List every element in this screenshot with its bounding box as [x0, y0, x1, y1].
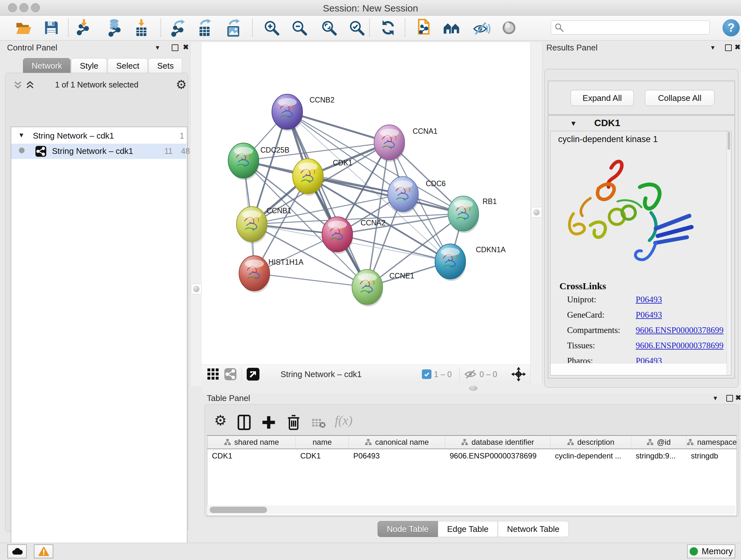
network-collection-row[interactable]: ▼ String Network – cdk1 1	[11, 129, 186, 144]
float-panel-icon[interactable]	[725, 44, 732, 51]
tab-style[interactable]: Style	[71, 58, 107, 73]
table-cell[interactable]: CDK1	[207, 449, 296, 462]
table-horizontal-scrollbar[interactable]	[207, 505, 736, 514]
column-header-databaseidentifier[interactable]: database identifier	[445, 436, 550, 449]
float-panel-icon[interactable]	[726, 395, 733, 401]
delete-table-icon[interactable]	[312, 418, 326, 428]
selected-checkbox-icon[interactable]	[422, 369, 431, 379]
crosslink-value-link[interactable]: P06493	[636, 310, 662, 320]
import-network-from-database-button[interactable]	[106, 18, 124, 38]
node-table[interactable]: shared namenamecanonical namedatabase id…	[207, 435, 737, 516]
zoom-out-button[interactable]	[290, 18, 308, 38]
panel-menu-icon[interactable]: ▾	[156, 44, 159, 52]
node-HIST1H1A[interactable]: HIST1H1A	[239, 256, 304, 293]
column-header-sharedname[interactable]: shared name	[207, 436, 296, 449]
search-field[interactable]	[551, 20, 710, 35]
column-header-description[interactable]: description	[550, 436, 631, 449]
tab-network-table[interactable]: Network Table	[498, 521, 569, 537]
panel-menu-icon[interactable]: ▾	[714, 394, 717, 402]
delete-column-icon[interactable]	[287, 414, 300, 430]
network-row-selected[interactable]: String Network – cdk1 11 48	[11, 144, 186, 159]
close-panel-icon[interactable]: ✖	[735, 394, 741, 402]
network-graph[interactable]: CCNB2CCNA1CDC25BCDK1CDC6RB1CCNB1CCNA2CDK…	[202, 42, 530, 365]
apply-layout-button[interactable]	[379, 18, 397, 38]
close-panel-icon[interactable]: ✖	[735, 43, 740, 51]
table-cell[interactable]: cyclin-dependent ...	[550, 449, 631, 462]
import-network-from-file-button[interactable]	[75, 18, 93, 38]
node-CCNB2[interactable]: CCNB2	[272, 94, 334, 131]
results-scrollbar[interactable]	[727, 131, 731, 374]
new-network-from-selection-button[interactable]	[415, 18, 433, 38]
scrollbar-thumb[interactable]	[210, 507, 267, 513]
grid-view-icon[interactable]	[207, 368, 219, 381]
splitter-handle[interactable]	[469, 386, 477, 391]
node-CDC25B[interactable]: CDC25B	[228, 143, 289, 180]
memory-button[interactable]: Memory	[687, 544, 735, 558]
crosslink-value-link[interactable]: P06493	[636, 295, 662, 305]
scrollbar-thumb[interactable]	[728, 132, 730, 150]
tab-select[interactable]: Select	[108, 58, 148, 73]
protein-name: CDK1	[594, 118, 620, 128]
import-table-from-file-button[interactable]	[132, 18, 150, 38]
table-cell[interactable]: P06493	[349, 449, 445, 462]
function-builder-icon[interactable]: f(x)	[335, 413, 353, 428]
search-input[interactable]	[564, 23, 702, 32]
table-cell[interactable]: CDK1	[296, 449, 349, 462]
section-expander-icon[interactable]: ▼	[570, 119, 577, 128]
table-settings-gear-icon[interactable]: ⚙	[214, 412, 226, 428]
column-header-id[interactable]: @id	[631, 436, 686, 449]
splitter-handle[interactable]	[531, 207, 542, 218]
open-session-button[interactable]	[14, 18, 32, 38]
tab-sets[interactable]: Sets	[148, 58, 182, 73]
network-canvas[interactable]: CCNB2CCNA1CDC25BCDK1CDC6RB1CCNB1CCNA2CDK…	[202, 42, 530, 365]
collection-expander-icon[interactable]: ▼	[18, 132, 24, 139]
crosslink-value-link[interactable]: 9606.ENSP00000378699	[636, 325, 724, 335]
splitter-handle[interactable]	[191, 284, 202, 294]
gear-icon[interactable]: ⚙	[176, 78, 187, 91]
tab-edge-table[interactable]: Edge Table	[438, 521, 498, 537]
column-header-canonicalname[interactable]: canonical name	[349, 436, 445, 449]
table-container: ⚙ f(x) shared namenamecanonical namedata…	[204, 404, 739, 517]
pan-crosshair-icon[interactable]	[511, 367, 526, 381]
close-panel-icon[interactable]: ✖	[183, 43, 189, 51]
table-cell[interactable]: stringdb:9...	[631, 449, 686, 462]
right-splitter[interactable]	[530, 42, 542, 386]
crosslink-value-link[interactable]: 9606.ENSP00000378699	[636, 341, 724, 351]
column-header-namespace[interactable]: namespace	[686, 436, 737, 449]
node-CCNB1[interactable]: CCNB1	[237, 206, 291, 244]
export-image-button[interactable]	[224, 18, 242, 38]
tab-node-table[interactable]: Node Table	[378, 521, 438, 537]
save-session-button[interactable]	[43, 18, 60, 38]
warnings-button[interactable]	[34, 544, 53, 558]
float-panel-icon[interactable]	[172, 44, 179, 51]
show-graphics-details-button[interactable]	[500, 18, 518, 38]
table-cell[interactable]: stringdb	[686, 449, 737, 462]
select-columns-icon[interactable]	[237, 415, 251, 430]
table-row[interactable]: CDK1CDK1P064939606.ENSP00000378699cyclin…	[207, 449, 737, 462]
node-RB1[interactable]: RB1	[448, 196, 497, 233]
help-button[interactable]: ?	[723, 19, 740, 37]
edge-HIST1H1A-CCNE1[interactable]	[254, 273, 367, 287]
expand-all-button[interactable]: Expand All	[570, 90, 634, 106]
hide-selection-button[interactable]	[473, 18, 490, 38]
export-network-button[interactable]	[170, 18, 187, 38]
panel-menu-icon[interactable]: ▾	[711, 44, 715, 52]
detach-view-icon[interactable]	[246, 367, 260, 381]
zoom-selected-button[interactable]	[348, 18, 366, 38]
table-cell[interactable]: 9606.ENSP00000378699	[445, 449, 550, 462]
cloud-button[interactable]	[7, 544, 27, 558]
node-CDKN1A[interactable]: CDKN1A	[435, 244, 506, 281]
left-splitter[interactable]	[190, 42, 202, 386]
zoom-in-button[interactable]	[263, 18, 280, 38]
hidden-eye-icon[interactable]	[464, 369, 477, 380]
export-table-button[interactable]	[196, 18, 213, 38]
zoom-fit-button[interactable]	[320, 18, 338, 38]
column-header-name[interactable]: name	[296, 436, 349, 449]
collapse-all-button[interactable]: Collapse All	[645, 90, 715, 106]
first-neighbors-button[interactable]	[443, 18, 461, 38]
string-view-icon[interactable]	[224, 368, 237, 381]
node-CCNA1[interactable]: CCNA1	[374, 125, 437, 162]
node-CCNA2[interactable]: CCNA2	[322, 217, 386, 254]
add-column-icon[interactable]	[261, 415, 276, 430]
tab-network[interactable]: Network	[23, 58, 71, 73]
